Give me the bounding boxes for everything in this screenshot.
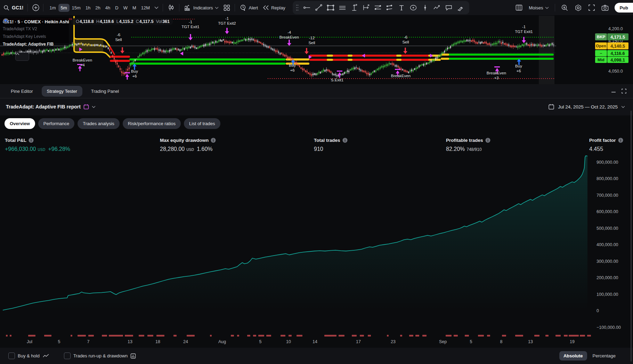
- timeframe-button-12M[interactable]: 12M: [139, 4, 152, 12]
- compare-add-icon[interactable]: [32, 4, 40, 11]
- settings-gear-icon[interactable]: [572, 2, 584, 13]
- timeframe-button-D[interactable]: D: [113, 4, 121, 12]
- layout-name-button[interactable]: Moises: [526, 3, 551, 12]
- timeframe-button-5m[interactable]: 5m: [58, 4, 70, 12]
- svg-text:800,000.00: 800,000.00: [597, 176, 618, 181]
- timeframe-chevron-icon[interactable]: [154, 6, 159, 9]
- equity-y-axis[interactable]: 900,000.00800,000.00700,000.00600,000.00…: [597, 160, 621, 330]
- templates-grid-icon[interactable]: [221, 3, 233, 13]
- replay-button[interactable]: Replay: [260, 3, 287, 12]
- timeframe-button-1m[interactable]: 1m: [47, 4, 58, 12]
- svg-text:Sell: Sell: [402, 40, 409, 44]
- deep-backtesting-calendar-icon[interactable]: [83, 104, 89, 110]
- layout-name-label: Moises: [529, 5, 543, 10]
- timeframe-button-4h[interactable]: 4h: [103, 4, 113, 12]
- calendar-icon: [548, 104, 554, 110]
- info-icon[interactable]: [211, 138, 216, 143]
- svg-text:Buy: Buy: [289, 63, 296, 67]
- report-tab-overview[interactable]: Overview: [5, 118, 35, 129]
- timeframe-button-2h[interactable]: 2h: [93, 4, 103, 12]
- layout-panels-icon[interactable]: [513, 2, 525, 13]
- long-position-tool-icon[interactable]: [348, 2, 360, 13]
- indicators-button[interactable]: Indicators: [181, 2, 221, 13]
- indicators-icon: [184, 4, 191, 11]
- timeframe-button-1h[interactable]: 1h: [83, 4, 93, 12]
- report-tab-list-of-trades[interactable]: List of trades: [184, 118, 220, 129]
- report-tab-performance[interactable]: Performance: [38, 118, 74, 129]
- fib-channel-tool-icon[interactable]: [384, 2, 396, 13]
- svg-text:+6: +6: [132, 74, 137, 78]
- svg-text:-1: -1: [225, 16, 229, 21]
- price-chip-bkp: BKP4,171.5: [595, 33, 628, 40]
- stat-total-p-l: Total P&L+966,030.00USD+96.28%: [5, 138, 70, 152]
- alert-clock-icon: [240, 4, 246, 11]
- vertical-line-tool-icon[interactable]: [419, 2, 431, 13]
- report-tab-risk-performance-ratios[interactable]: Risk/performance ratios: [123, 118, 181, 129]
- legend-collapse-button[interactable]: [15, 52, 29, 61]
- svg-text:8: 8: [500, 339, 503, 344]
- panel-tab-pine-editor[interactable]: Pine Editor: [6, 86, 38, 97]
- toggle-buy-hold[interactable]: Buy & hold: [8, 353, 49, 359]
- info-icon[interactable]: [618, 138, 623, 143]
- svg-text:23: 23: [391, 339, 396, 344]
- snapshot-camera-icon[interactable]: [599, 3, 611, 13]
- timeframe-button-15m[interactable]: 15m: [70, 4, 83, 12]
- brush-tool-icon[interactable]: [455, 2, 466, 13]
- svg-text:600,000.00: 600,000.00: [597, 209, 618, 214]
- indicator-legend-0[interactable]: TradeAdapt TX V2: [3, 25, 173, 33]
- svg-text:10: 10: [286, 339, 291, 344]
- checkbox[interactable]: [64, 353, 71, 359]
- text-tool-icon[interactable]: [396, 2, 407, 13]
- info-icon[interactable]: [485, 138, 490, 143]
- report-stats-row: Total P&L+966,030.00USD+96.28%Max equity…: [0, 138, 633, 159]
- timeframe-button-M[interactable]: M: [130, 4, 139, 12]
- toggle-trades-run-up-drawdown[interactable]: Trades run-up & drawdown: [64, 353, 136, 359]
- alert-button[interactable]: Alert: [237, 2, 260, 13]
- drawing-toolbar: [293, 1, 469, 14]
- equity-chart-canvas[interactable]: 900,000.00800,000.00700,000.00600,000.00…: [0, 149, 633, 348]
- publish-button[interactable]: Pub: [615, 3, 633, 13]
- ohlc-close: C4,117.5: [136, 19, 154, 24]
- ellipse-tool-icon[interactable]: [407, 2, 419, 13]
- panel-scrollbar[interactable]: [631, 111, 632, 362]
- stat-value: 4.455: [589, 146, 623, 152]
- divider: [179, 4, 179, 11]
- equity-x-axis[interactable]: Jul57131824Aug510141723Sep581319: [27, 339, 575, 344]
- symbol-search-button[interactable]: GC1!: [12, 5, 23, 10]
- fullscreen-icon[interactable]: [586, 2, 598, 13]
- panel-tab-strategy-tester[interactable]: Strategy Tester: [42, 86, 82, 97]
- view-mode-percentage[interactable]: Percentage: [589, 351, 620, 361]
- parallel-channel-tool-icon[interactable]: [336, 2, 348, 13]
- timeframe-button-W[interactable]: W: [121, 4, 130, 12]
- rectangle-tool-icon[interactable]: [325, 2, 336, 13]
- report-tab-trades-analysis[interactable]: Trades analysis: [78, 118, 120, 129]
- cross-line-tool-icon[interactable]: [301, 2, 313, 13]
- stat-max-equity-drawdown: Max equity drawdown28,280.00USD1.60%: [160, 138, 216, 152]
- date-range-selector[interactable]: Jul 24, 2025 — Oct 22, 2025: [548, 104, 625, 110]
- panel-tab-trading-panel[interactable]: Trading Panel: [86, 86, 124, 97]
- chart-style-icon[interactable]: [165, 2, 177, 13]
- view-mode-absolute[interactable]: Absolute: [559, 351, 587, 361]
- symbol-legend-title[interactable]: GC1! · 5 · COMEX · Heikin Ashi: [3, 19, 69, 24]
- svg-text:+6: +6: [516, 69, 521, 73]
- stat-value: +966,030.00USD+96.28%: [5, 146, 70, 152]
- info-icon[interactable]: [342, 138, 348, 143]
- drag-handle-icon[interactable]: [295, 3, 299, 12]
- checkbox[interactable]: [8, 353, 15, 359]
- indicator-legend-1[interactable]: TradeAdapt Key Levels: [3, 33, 173, 40]
- quick-search-icon[interactable]: [559, 2, 571, 13]
- timeframe-row: 1m5m15m1h2h4hDWM12M: [47, 0, 152, 15]
- panel-maximize-icon[interactable]: [621, 88, 627, 94]
- divider: [555, 4, 555, 11]
- info-icon[interactable]: [29, 138, 34, 143]
- fib-retracement-tool-icon[interactable]: [372, 2, 384, 13]
- trend-line-tool-icon[interactable]: [313, 2, 325, 13]
- polyline-tool-icon[interactable]: [431, 2, 443, 13]
- forecast-tool-icon[interactable]: [360, 2, 372, 13]
- search-icon[interactable]: [3, 5, 9, 11]
- indicator-legend-2[interactable]: TradeAdapt: Adaptive FIB: [3, 40, 173, 48]
- report-chevron-icon[interactable]: [92, 106, 96, 108]
- callout-tool-icon[interactable]: [443, 2, 455, 13]
- report-title-row[interactable]: TradeAdapt: Adaptive FIB report: [6, 104, 96, 110]
- panel-minimize-icon[interactable]: [611, 88, 616, 94]
